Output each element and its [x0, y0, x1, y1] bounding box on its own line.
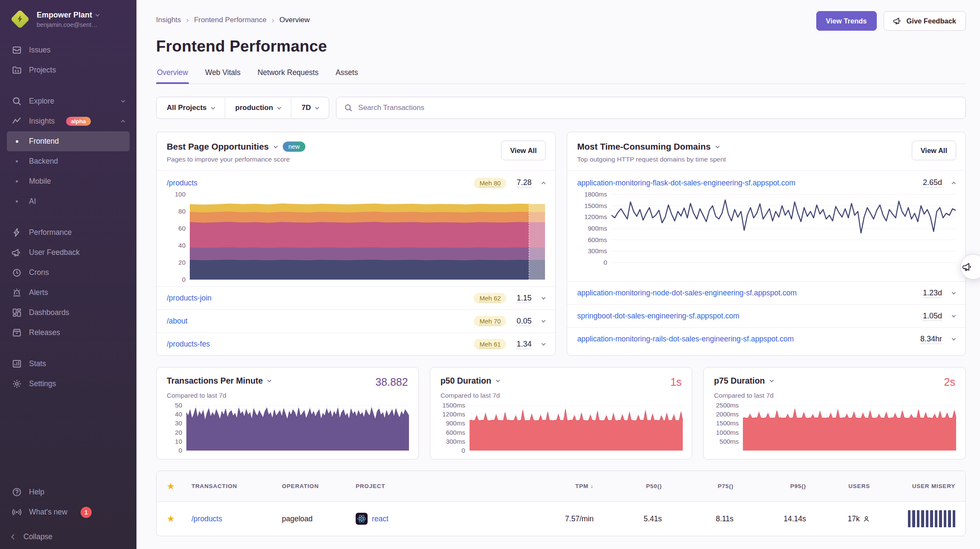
chevron-down-icon[interactable] — [541, 318, 545, 323]
column-p95[interactable]: P95() — [734, 483, 806, 489]
time-spent-value[interactable]: 8.34hr — [920, 335, 942, 344]
view-trends-button[interactable]: View Trends — [816, 11, 877, 31]
sidebar-item-crons[interactable]: Crons — [7, 263, 130, 283]
opportunity-value[interactable]: 1.15 — [516, 294, 531, 303]
column-user-misery[interactable]: USER MISERY — [870, 483, 955, 489]
opportunity-value[interactable]: 7.28 — [516, 178, 531, 188]
chevron-down-icon[interactable] — [274, 144, 278, 148]
table-row: ★ /products pageload react 7.57/min 5.41… — [157, 502, 966, 536]
environment-filter[interactable]: production — [225, 97, 291, 118]
lightning-icon — [12, 228, 22, 237]
sidebar-item-issues[interactable]: Issues — [7, 40, 130, 60]
sidebar-item-label: Issues — [29, 46, 51, 55]
sidebar-item-dashboards[interactable]: Dashboards — [7, 303, 130, 323]
y-axis-label: 900ms — [588, 225, 607, 232]
search-icon — [12, 96, 22, 106]
sidebar-item-performance[interactable]: Performance — [7, 222, 130, 243]
sidebar-item-stats[interactable]: Stats — [7, 354, 130, 374]
chevron-up-icon[interactable] — [541, 181, 545, 185]
chevron-down-icon[interactable] — [952, 290, 956, 295]
view-all-button[interactable]: View All — [912, 141, 956, 160]
domain-link[interactable]: application-monitoring-flask-dot-sales-e… — [577, 179, 796, 188]
breadcrumb-frontend-performance[interactable]: Frontend Performance — [194, 16, 267, 24]
view-all-button[interactable]: View All — [501, 141, 545, 160]
issues-icon — [12, 45, 22, 55]
project-link[interactable]: react — [372, 514, 389, 523]
domain-row: application-monitoring-rails-dot-sales-e… — [567, 327, 966, 350]
tab-overview[interactable]: Overview — [156, 68, 189, 84]
breadcrumb: Insights › Frontend Performance › Overvi… — [156, 11, 310, 25]
project-filter[interactable]: All Projects — [157, 97, 225, 118]
chevron-down-icon[interactable] — [496, 378, 500, 382]
sidebar-item-explore[interactable]: Explore — [7, 91, 130, 111]
time-spent-value[interactable]: 1.23d — [923, 289, 942, 298]
sidebar-item-projects[interactable]: Projects — [7, 60, 130, 80]
chevron-down-icon[interactable] — [952, 336, 956, 341]
operation-cell: pageload — [282, 514, 356, 523]
score-badge: Meh 80 — [474, 178, 506, 188]
chevron-down-icon[interactable] — [541, 295, 545, 300]
time-spent-value[interactable]: 2.65d — [923, 178, 942, 188]
org-switcher[interactable]: Empower Plant benjamin.coe@sent… — [7, 9, 130, 40]
transactions-table: ★ TRANSACTION OPERATION PROJECT TPM ↓ P5… — [156, 471, 966, 536]
sidebar-collapse[interactable]: Collapse — [7, 532, 130, 541]
chevron-down-icon[interactable] — [267, 378, 272, 382]
page-link[interactable]: /products-fes — [167, 340, 210, 349]
star-icon[interactable]: ★ — [167, 481, 191, 491]
column-project[interactable]: PROJECT — [356, 483, 525, 489]
date-range-filter[interactable]: 7D — [291, 97, 329, 118]
column-operation[interactable]: OPERATION — [282, 483, 356, 489]
y-axis-label: 40 — [175, 410, 182, 418]
sidebar-item-label: Alerts — [29, 288, 48, 297]
sidebar-item-label: Frontend — [29, 137, 59, 146]
sidebar-item-releases[interactable]: Releases — [7, 323, 130, 343]
domain-link[interactable]: springboot-dot-sales-engineering-sf.apps… — [577, 312, 739, 321]
opportunity-value[interactable]: 0.05 — [516, 317, 531, 326]
sidebar-item-settings[interactable]: Settings — [7, 374, 130, 394]
column-transaction[interactable]: TRANSACTION — [191, 483, 282, 489]
sidebar-item-help[interactable]: Help — [7, 482, 130, 502]
megaphone-icon — [12, 248, 22, 257]
sidebar-item-backend[interactable]: Backend — [7, 151, 130, 171]
give-feedback-button[interactable]: Give Feedback — [884, 11, 966, 31]
chevron-down-icon[interactable] — [541, 341, 545, 346]
score-badge: Meh 70 — [474, 316, 506, 327]
page-link[interactable]: /products — [167, 179, 197, 188]
sidebar-item-alerts[interactable]: Alerts — [7, 283, 130, 303]
domain-link[interactable]: application-monitoring-rails-dot-sales-e… — [577, 335, 794, 344]
column-p75[interactable]: P75() — [662, 483, 734, 489]
org-logo — [10, 9, 30, 29]
opportunity-value[interactable]: 1.34 — [516, 340, 531, 349]
key-transaction-star-icon[interactable]: ★ — [167, 514, 191, 524]
y-axis-label: 20 — [178, 259, 186, 266]
y-axis-label: 0 — [179, 447, 182, 454]
sidebar-item-frontend[interactable]: Frontend — [7, 131, 130, 151]
search-bar — [336, 97, 966, 119]
page-link[interactable]: /products-join — [167, 294, 212, 303]
transaction-link[interactable]: /products — [191, 514, 282, 523]
column-users[interactable]: USERS — [806, 483, 870, 489]
chevron-up-icon[interactable] — [952, 181, 956, 185]
column-p50[interactable]: P50() — [594, 483, 662, 489]
tab-network-requests[interactable]: Network Requests — [257, 68, 319, 84]
domain-duration-line-chart: 1800ms1500ms1200ms900ms600ms300ms0 — [567, 192, 966, 281]
p75-big-value: 2s — [944, 376, 955, 388]
tab-web-vitals[interactable]: Web Vitals — [204, 68, 241, 84]
search-input[interactable] — [358, 104, 958, 112]
sidebar-item-ai[interactable]: AI — [7, 191, 130, 211]
sidebar-item-whats-new[interactable]: What's new 1 — [7, 502, 130, 522]
chevron-down-icon[interactable] — [716, 144, 720, 148]
project-cell: react — [356, 513, 525, 525]
column-tpm-sorted[interactable]: TPM ↓ — [525, 483, 594, 489]
chevron-down-icon[interactable] — [769, 378, 774, 382]
domain-link[interactable]: application-monitoring-node-dot-sales-en… — [577, 289, 797, 298]
sidebar-item-user-feedback[interactable]: User Feedback — [7, 243, 130, 263]
lightning-logo-icon — [15, 14, 25, 25]
sidebar-item-insights[interactable]: Insights alpha — [7, 111, 130, 131]
sidebar-item-mobile[interactable]: Mobile — [7, 171, 130, 191]
page-link[interactable]: /about — [167, 317, 188, 326]
tab-assets[interactable]: Assets — [335, 68, 359, 84]
breadcrumb-insights[interactable]: Insights — [156, 16, 181, 24]
time-spent-value[interactable]: 1.05d — [923, 312, 942, 321]
chevron-down-icon[interactable] — [952, 313, 956, 318]
